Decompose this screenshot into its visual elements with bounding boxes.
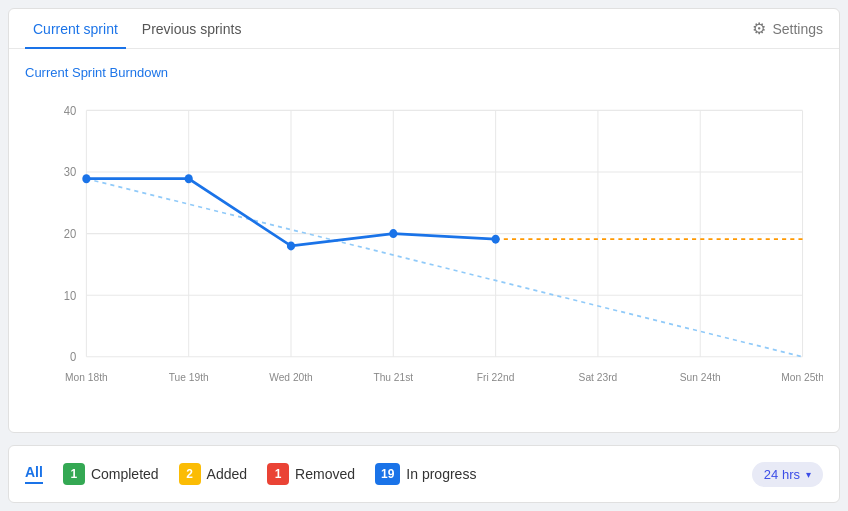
svg-point-31 bbox=[389, 229, 397, 238]
svg-text:Tue 19th: Tue 19th bbox=[169, 371, 209, 384]
svg-text:Sun 24th: Sun 24th bbox=[680, 371, 721, 384]
svg-text:Mon 18th: Mon 18th bbox=[65, 371, 108, 384]
chevron-down-icon: ▾ bbox=[806, 469, 811, 480]
filter-added[interactable]: 2 Added bbox=[179, 463, 247, 485]
chart-area: Current Sprint Burndown bbox=[9, 49, 839, 432]
filter-card: All 1 Completed 2 Added 1 Removed 19 In … bbox=[8, 445, 840, 503]
added-label: Added bbox=[207, 466, 247, 482]
inprogress-label: In progress bbox=[406, 466, 476, 482]
svg-text:30: 30 bbox=[64, 165, 77, 179]
svg-text:40: 40 bbox=[64, 103, 77, 117]
filter-removed[interactable]: 1 Removed bbox=[267, 463, 355, 485]
chart-wrapper: 40 30 20 10 0 Mon 18th Tue 19th Wed 20th… bbox=[25, 88, 823, 424]
settings-button[interactable]: ⚙ Settings bbox=[752, 19, 823, 38]
svg-text:Thu 21st: Thu 21st bbox=[373, 371, 413, 384]
svg-point-28 bbox=[82, 174, 90, 183]
burndown-chart: 40 30 20 10 0 Mon 18th Tue 19th Wed 20th… bbox=[25, 88, 823, 424]
filter-inprogress[interactable]: 19 In progress bbox=[375, 463, 476, 485]
svg-point-30 bbox=[287, 241, 295, 250]
gear-icon: ⚙ bbox=[752, 19, 766, 38]
svg-point-29 bbox=[185, 174, 193, 183]
added-badge: 2 bbox=[179, 463, 201, 485]
main-container: Current sprint Previous sprints ⚙ Settin… bbox=[0, 0, 848, 511]
svg-text:10: 10 bbox=[64, 288, 77, 302]
tab-previous[interactable]: Previous sprints bbox=[134, 11, 250, 49]
filter-all[interactable]: All bbox=[25, 464, 43, 484]
svg-text:Fri 22nd: Fri 22nd bbox=[477, 371, 515, 384]
filter-completed[interactable]: 1 Completed bbox=[63, 463, 159, 485]
svg-line-26 bbox=[86, 179, 802, 357]
completed-badge: 1 bbox=[63, 463, 85, 485]
svg-text:Wed 20th: Wed 20th bbox=[269, 371, 313, 384]
time-selector[interactable]: 24 hrs ▾ bbox=[752, 462, 823, 487]
chart-title: Current Sprint Burndown bbox=[25, 65, 823, 80]
time-range-label: 24 hrs bbox=[764, 467, 800, 482]
inprogress-badge: 19 bbox=[375, 463, 400, 485]
svg-point-32 bbox=[492, 235, 500, 244]
removed-badge: 1 bbox=[267, 463, 289, 485]
removed-label: Removed bbox=[295, 466, 355, 482]
tab-bar: Current sprint Previous sprints ⚙ Settin… bbox=[9, 9, 839, 49]
svg-text:20: 20 bbox=[64, 227, 77, 241]
svg-text:Mon 25th: Mon 25th bbox=[781, 371, 823, 384]
completed-label: Completed bbox=[91, 466, 159, 482]
chart-card: Current sprint Previous sprints ⚙ Settin… bbox=[8, 8, 840, 433]
tab-current[interactable]: Current sprint bbox=[25, 11, 126, 49]
svg-text:Sat 23rd: Sat 23rd bbox=[579, 371, 618, 384]
settings-label: Settings bbox=[772, 21, 823, 37]
svg-text:0: 0 bbox=[70, 350, 77, 364]
